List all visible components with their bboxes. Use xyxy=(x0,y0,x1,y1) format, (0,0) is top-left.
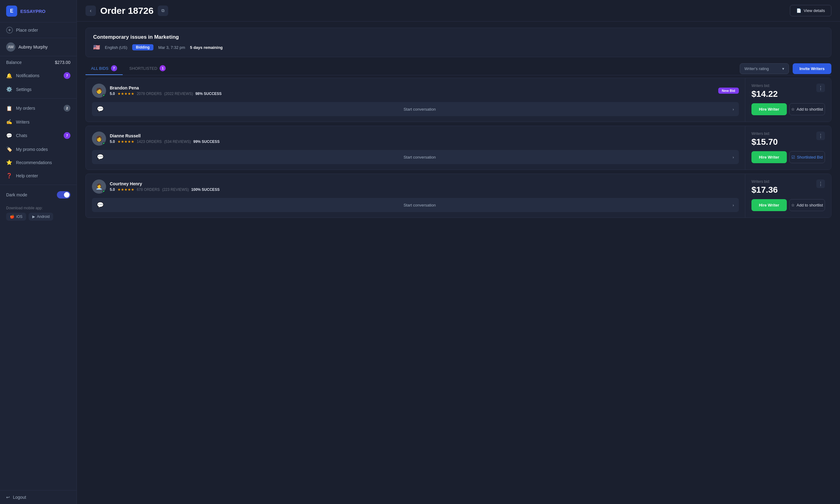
hire-writer-button[interactable]: Hire Writer xyxy=(751,103,787,115)
writer-stats: 5.0 ★★★★★ 1423 ORDERS (534 REVIEWS) 99% … xyxy=(110,140,739,144)
writer-avatar: 👩 xyxy=(92,131,106,146)
chat-icon: 💬 xyxy=(97,106,104,112)
bid-card: 👩 Dianne Russell 5.0 ★★★★★ 1423 ORDERS (… xyxy=(86,126,832,170)
action-buttons: Hire Writer ☆ Add to shortlist xyxy=(751,199,825,211)
star-rating: ★★★★★ xyxy=(118,140,134,144)
sidebar-item-help[interactable]: ❓ Help center xyxy=(0,169,76,182)
writer-name: Brandon Pena xyxy=(110,86,715,90)
download-section: Download mobile app: 🍎 iOS ▶ Android xyxy=(0,202,76,224)
conversation-label: Start conversation xyxy=(403,155,436,160)
avatar-emoji: 👩‍💼 xyxy=(95,183,102,190)
rating-number: 5.0 xyxy=(110,92,115,96)
bid-card: 🧑 Brandon Pena 5.0 ★★★★★ 2078 ORDERS (20… xyxy=(86,78,832,122)
conversation-label: Start conversation xyxy=(403,203,436,208)
shortlisted-label: Shortlisted Bid xyxy=(797,155,823,160)
more-options-button[interactable]: ⋮ xyxy=(816,131,825,140)
success-rate: 98% SUCCESS xyxy=(195,92,221,96)
start-conversation-button[interactable]: 💬 Start conversation › xyxy=(92,198,739,212)
sidebar-item-recommendations[interactable]: ⭐ Recommendations xyxy=(0,156,76,169)
order-subject: Contemporary issues in Marketing xyxy=(93,34,824,40)
dark-mode-label: Dark mode xyxy=(6,192,27,197)
divider-2 xyxy=(0,185,76,185)
rating-number: 5.0 xyxy=(110,140,115,144)
avatar-emoji: 🧑 xyxy=(95,87,102,94)
logout-button[interactable]: ↩ Logout xyxy=(0,490,76,504)
shortlist-icon: ☆ xyxy=(791,107,795,111)
bid-info-row: 👩 Dianne Russell 5.0 ★★★★★ 1423 ORDERS (… xyxy=(92,131,739,146)
writers-bid-label: Writers bid: xyxy=(751,131,778,136)
order-title: Order 18726 xyxy=(100,5,154,16)
sort-label: Writer's rating xyxy=(745,66,769,71)
avatar: AM xyxy=(6,42,15,52)
ios-button[interactable]: 🍎 iOS xyxy=(6,213,26,221)
dark-mode-toggle-row: Dark mode xyxy=(0,187,76,202)
tabs-left: ALL BIDS 7 SHORTLISTED 1 xyxy=(86,62,171,75)
logo-text: ESSAYPRO xyxy=(20,8,46,14)
sidebar-item-chats[interactable]: 💬 Chats 7 xyxy=(0,128,76,143)
all-bids-label: ALL BIDS xyxy=(91,66,108,71)
main-content: ‹ Order 18726 ⧉ 📄 View details Contempor… xyxy=(77,0,840,504)
add-to-shortlist-button[interactable]: ☆ Add to shortlist xyxy=(789,199,825,211)
notifications-label: Notifications xyxy=(16,73,60,78)
more-options-button[interactable]: ⋮ xyxy=(816,179,825,188)
view-details-button[interactable]: 📄 View details xyxy=(790,5,832,16)
start-conversation-button[interactable]: 💬 Start conversation › xyxy=(92,150,739,164)
bid-price-section: Writers bid: $14.22 xyxy=(751,84,778,99)
success-rate: 99% SUCCESS xyxy=(193,140,220,144)
shortlisted-badge: 1 xyxy=(160,65,166,71)
sidebar-item-promo-codes[interactable]: 🏷️ My promo codes xyxy=(0,143,76,156)
view-details-label: View details xyxy=(804,8,825,13)
avatar-emoji: 👩 xyxy=(95,135,102,142)
place-order-button[interactable]: + Place order xyxy=(0,22,76,38)
start-conversation-button[interactable]: 💬 Start conversation › xyxy=(92,102,739,116)
chat-icon: 💬 xyxy=(97,202,104,209)
chevron-right-icon: › xyxy=(733,203,734,208)
promo-icon: 🏷️ xyxy=(6,146,12,152)
order-remaining: 5 days remaining xyxy=(190,45,223,50)
avatar-initials: AM xyxy=(8,45,14,49)
hire-writer-button[interactable]: Hire Writer xyxy=(751,199,787,211)
app-buttons: 🍎 iOS ▶ Android xyxy=(6,213,70,221)
android-icon: ▶ xyxy=(32,215,35,219)
copy-button[interactable]: ⧉ xyxy=(158,5,168,16)
download-label: Download mobile app: xyxy=(6,206,43,210)
shortlisted-bid-button[interactable]: ☑ Shortlisted Bid xyxy=(789,151,825,163)
chevron-right-icon: › xyxy=(733,155,734,160)
bid-price-section: Writers bid: $15.70 xyxy=(751,131,778,147)
back-button[interactable]: ‹ xyxy=(86,5,96,16)
add-to-shortlist-button[interactable]: ☆ Add to shortlist xyxy=(789,103,825,115)
writer-avatar: 🧑 xyxy=(92,84,106,98)
logo-essay: ESSAY xyxy=(20,8,35,14)
header-left: ‹ Order 18726 ⧉ xyxy=(86,5,168,16)
sort-dropdown[interactable]: Writer's rating ▾ xyxy=(740,63,789,74)
hire-writer-button[interactable]: Hire Writer xyxy=(751,151,787,163)
success-rate: 100% SUCCESS xyxy=(191,187,220,192)
android-button[interactable]: ▶ Android xyxy=(29,213,53,221)
writers-bid-label: Writers bid: xyxy=(751,84,778,88)
flag-icon: 🇺🇸 xyxy=(93,44,100,51)
recommendations-icon: ⭐ xyxy=(6,160,12,165)
gear-icon: ⚙️ xyxy=(6,86,12,92)
sidebar-item-notifications[interactable]: 🔔 Notifications 7 xyxy=(0,69,76,83)
sidebar-item-settings[interactable]: ⚙️ Settings xyxy=(0,83,76,96)
sidebar-item-my-orders[interactable]: 📋 My orders 2 xyxy=(0,101,76,115)
sidebar-item-writers[interactable]: ✍️ Writers xyxy=(0,115,76,128)
writers-icon: ✍️ xyxy=(6,119,12,125)
bell-icon: 🔔 xyxy=(6,73,12,79)
user-name: Aubrey Murphy xyxy=(18,44,48,50)
more-options-button[interactable]: ⋮ xyxy=(816,84,825,92)
balance-value: $273.00 xyxy=(55,60,70,65)
conversation-label: Start conversation xyxy=(403,107,436,111)
all-bids-badge: 7 xyxy=(111,65,117,71)
dark-mode-toggle[interactable] xyxy=(57,191,70,199)
tab-shortlisted[interactable]: SHORTLISTED 1 xyxy=(124,62,172,75)
tab-all-bids[interactable]: ALL BIDS 7 xyxy=(86,62,123,75)
sidebar: E ESSAYPRO + Place order AM Aubrey Murph… xyxy=(0,0,77,504)
bid-main: 🧑 Brandon Pena 5.0 ★★★★★ 2078 ORDERS (20… xyxy=(86,78,745,122)
bid-info-row: 🧑 Brandon Pena 5.0 ★★★★★ 2078 ORDERS (20… xyxy=(92,84,739,98)
online-indicator xyxy=(102,142,105,145)
orders-count: 1423 ORDERS xyxy=(137,140,162,144)
invite-writers-button[interactable]: Invite Writers xyxy=(793,63,832,74)
writers-bid-label: Writers bid: xyxy=(751,179,778,184)
bid-info-row: 👩‍💼 Courtney Henry 5.0 ★★★★★ 678 ORDERS … xyxy=(92,179,739,194)
